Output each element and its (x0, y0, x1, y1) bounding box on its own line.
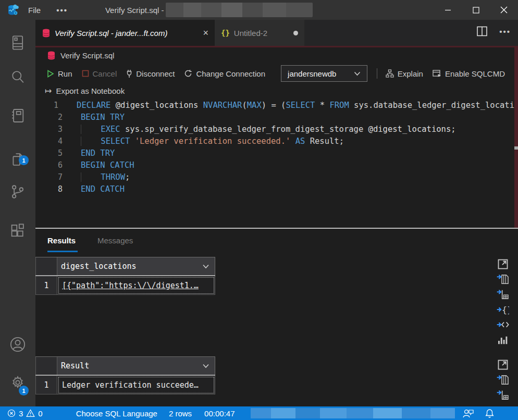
close-button[interactable] (490, 0, 518, 20)
save-as-json-icon[interactable]: {} (496, 303, 510, 316)
change-connection-button[interactable]: Change Connection (184, 69, 265, 78)
breadcrumb-file[interactable]: Verify Script.sql (60, 51, 114, 60)
feedback-icon[interactable] (462, 409, 474, 418)
chevron-down-icon (354, 71, 361, 76)
redacted-status-text (251, 408, 455, 418)
window-title: Verify Script.sql - (105, 6, 164, 15)
code-line[interactable]: 3 EXEC sys.sp_verify_database_ledger_fro… (35, 123, 514, 135)
error-count: 3 (19, 409, 23, 418)
query-toolbar: Run Cancel Disconnect Change Connection … (35, 64, 514, 83)
titlebar: File ••• Verify Script.sql - (0, 0, 518, 20)
results-grid-result: Result 1 Ledger verification succeede… (35, 356, 215, 394)
save-as-csv-icon[interactable] (496, 373, 510, 387)
maximize-icon[interactable] (496, 257, 510, 271)
enable-sqlcmd-button[interactable]: Enable SQLCMD (433, 69, 505, 78)
settings-badge: 1 (19, 386, 29, 396)
database-dropdown[interactable]: jandersnewdb (281, 65, 367, 82)
maximize-button[interactable] (462, 0, 490, 20)
result-cell-link[interactable]: [{"path":"https:\/\/digest1.… (57, 276, 215, 295)
column-header[interactable]: digest_locations (57, 257, 215, 275)
export-bar: ↦ Export as Notebook (35, 83, 514, 98)
tab-label: Untitled-2 (234, 29, 267, 38)
more-actions-icon[interactable]: ••• (499, 27, 511, 36)
code-line[interactable]: 4 SELECT 'Ledger verification succeeded.… (35, 135, 514, 147)
save-as-excel-icon[interactable] (496, 288, 510, 301)
split-editor-icon[interactable] (476, 26, 488, 36)
status-bar: 3 0 Choose SQL Language 2 rows 00:00:47 (0, 406, 518, 420)
run-button[interactable]: Run (47, 69, 72, 78)
save-as-excel-icon[interactable] (496, 388, 510, 402)
run-icon (47, 70, 54, 78)
elapsed-time: 00:00:47 (204, 409, 235, 418)
code-line[interactable]: 2BEGIN TRY (35, 111, 514, 123)
code-text: EXEC sys.sp_verify_database_ledger_from_… (81, 125, 456, 134)
tab-messages[interactable]: Messages (97, 236, 133, 245)
language-selector[interactable]: Choose SQL Language (76, 409, 157, 418)
grid1-actions: {} (494, 257, 512, 348)
cancel-icon (82, 70, 89, 77)
problems-indicator[interactable]: 3 0 (7, 409, 43, 418)
warning-count: 0 (38, 409, 42, 418)
disconnect-button[interactable]: Disconnect (126, 69, 175, 78)
database-dropdown-value: jandersnewdb (288, 69, 336, 78)
view-as-chart-icon[interactable] (496, 333, 510, 347)
breadcrumb: Verify Script.sql (35, 47, 514, 64)
maximize-icon[interactable] (496, 358, 510, 372)
row-number-cell[interactable]: 1 (35, 276, 57, 295)
result-cell[interactable]: Ledger verification succeede… (57, 376, 215, 394)
toolbar-separator (377, 68, 377, 79)
grid-corner-cell[interactable] (35, 357, 57, 375)
minimize-button[interactable] (434, 0, 462, 20)
chevron-down-icon[interactable] (202, 364, 209, 368)
code-line[interactable]: 1DECLARE @digest_locations NVARCHAR(MAX)… (35, 99, 514, 111)
table-row: 1 [{"path":"https:\/\/digest1.… (35, 276, 215, 295)
tab-untitled-2[interactable]: {} Untitled-2 (215, 20, 304, 46)
line-number: 2 (35, 113, 63, 122)
code-line[interactable]: 8END CATCH (35, 183, 514, 195)
menu-more[interactable]: ••• (49, 6, 75, 15)
extensions-icon[interactable] (9, 223, 26, 240)
window-controls (434, 0, 518, 20)
cancel-button[interactable]: Cancel (82, 69, 117, 78)
line-number: 1 (35, 101, 58, 110)
code-line[interactable]: 5END TRY (35, 147, 514, 159)
account-icon[interactable] (9, 336, 26, 353)
code-line[interactable]: 7 THROW; (35, 171, 514, 183)
save-as-xml-icon[interactable] (496, 318, 510, 331)
export-as-notebook-button[interactable]: Export as Notebook (56, 87, 125, 95)
code-text: SELECT 'Ledger verification succeeded.' … (81, 137, 344, 146)
notebooks-icon[interactable] (9, 107, 26, 124)
source-control-icon[interactable] (9, 183, 26, 200)
unsaved-dot-icon[interactable] (293, 31, 298, 35)
save-as-csv-icon[interactable] (496, 273, 510, 286)
row-number-cell[interactable]: 1 (35, 376, 57, 394)
scrollbar-thumb[interactable] (514, 146, 518, 150)
connections-icon[interactable] (9, 34, 26, 51)
code-text: BEGIN TRY (81, 113, 125, 122)
plug-icon (126, 69, 132, 78)
menu-file[interactable]: File (20, 0, 49, 20)
line-number: 7 (35, 172, 63, 182)
explain-button[interactable]: Explain (386, 69, 423, 78)
tab-label: Verify Script.sql - jander...ft.com) (55, 29, 167, 38)
search-icon[interactable] (9, 69, 26, 85)
notifications-bell-icon[interactable] (485, 409, 494, 418)
code-text: END TRY (81, 149, 115, 158)
tab-verify-script[interactable]: Verify Script.sql - jander...ft.com) × (35, 20, 215, 46)
tab-close-icon[interactable]: × (203, 28, 208, 39)
tab-results[interactable]: Results (47, 236, 76, 245)
activity-bar: 1 1 (0, 20, 35, 406)
grid-corner-cell[interactable] (35, 257, 57, 275)
line-number: 3 (35, 125, 63, 134)
column-header[interactable]: Result (57, 357, 215, 375)
code-line[interactable]: 6BEGIN CATCH (35, 159, 514, 171)
chevron-down-icon[interactable] (202, 264, 209, 269)
code-editor[interactable]: 1DECLARE @digest_locations NVARCHAR(MAX)… (35, 98, 514, 228)
tab-strip: Verify Script.sql - jander...ft.com) × {… (35, 20, 518, 46)
line-number: 5 (35, 149, 63, 158)
row-count: 2 rows (169, 409, 192, 418)
sqlcmd-icon (433, 69, 441, 78)
grid2-actions: {} (494, 358, 512, 406)
sql-database-icon (47, 51, 56, 60)
code-text: BEGIN CATCH (81, 160, 134, 170)
